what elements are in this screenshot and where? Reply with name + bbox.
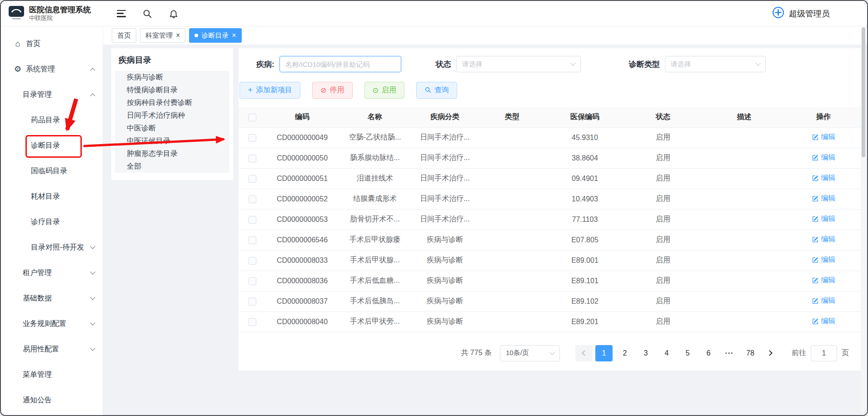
diag-type-select[interactable]: 请选择 [665, 56, 766, 72]
edit-button[interactable]: 编辑 [812, 153, 836, 162]
window-scrollbar[interactable] [861, 27, 866, 412]
cell-insurance-code: 09.4901 [546, 168, 624, 189]
edit-button[interactable]: 编辑 [812, 194, 836, 203]
tab[interactable]: 诊断目录 × [189, 28, 241, 43]
row-checkbox[interactable] [249, 155, 256, 162]
row-checkbox[interactable] [249, 175, 256, 183]
sidebar-item[interactable]: 租户管理 [1, 260, 103, 286]
chevron-icon [90, 295, 95, 300]
page-size-select[interactable]: 10条/页 [500, 345, 560, 361]
search-icon[interactable] [142, 9, 152, 19]
sidebar-item-label: 诊疗目录 [31, 217, 60, 227]
tab[interactable]: 科室管理 × [140, 28, 185, 43]
page-number-button[interactable]: ··· [721, 345, 738, 361]
sidebar-item[interactable]: 通知公告 [1, 387, 103, 413]
tab-close-icon[interactable]: × [232, 32, 236, 39]
sidebar-item[interactable]: 诊断目录 [1, 133, 103, 158]
status-select[interactable]: 请选择 [456, 56, 581, 72]
row-checkbox[interactable] [249, 318, 256, 326]
page-number-button[interactable]: 6 [700, 345, 717, 361]
column-header[interactable]: 操作 [786, 107, 861, 127]
catalog-item[interactable]: 特慢病诊断目录 [115, 84, 229, 96]
row-checkbox[interactable] [249, 298, 256, 306]
sidebar-item[interactable]: 诊疗目录 [1, 209, 103, 235]
forbid-circle-icon: ⊘ [320, 87, 326, 94]
sidebar-item[interactable]: 易用性配置 [1, 336, 103, 362]
catalog-item[interactable]: 全部 [115, 160, 229, 173]
edit-button[interactable]: 编辑 [812, 173, 836, 183]
sidebar-item[interactable]: 目录对照-待开发 [1, 235, 103, 260]
add-item-button[interactable]: + 添加新项目 [239, 82, 300, 99]
column-header[interactable]: 状态 [624, 107, 702, 127]
column-header[interactable]: 类型 [479, 107, 546, 127]
page-number-button[interactable]: 1 [595, 345, 613, 361]
collapse-menu-icon[interactable] [117, 10, 126, 17]
catalog-item[interactable]: 日间手术治疗病种 [115, 109, 229, 122]
edit-button[interactable]: 编辑 [812, 235, 836, 244]
enable-button[interactable]: ⊙ 启用 [364, 82, 404, 99]
notification-bell-icon[interactable] [169, 9, 179, 19]
column-header[interactable]: 描述 [702, 107, 786, 127]
catalog-item[interactable]: 按病种目录付费诊断 [115, 96, 229, 109]
scrollbar-thumb[interactable] [862, 27, 865, 157]
row-checkbox[interactable] [249, 257, 256, 265]
tab[interactable]: 首页 × [112, 28, 136, 43]
sidebar-item[interactable]: 首页 [1, 31, 103, 56]
query-button[interactable]: 查询 [416, 82, 457, 99]
row-checkbox[interactable] [249, 277, 256, 285]
sidebar-item-icon [13, 40, 22, 48]
page-number-button[interactable]: 5 [679, 345, 696, 361]
page-number-button[interactable]: 4 [658, 345, 675, 361]
catalog-title: 疾病目录 [111, 48, 233, 71]
sidebar-item[interactable]: 药品目录 [1, 107, 103, 133]
sidebar-item[interactable]: 菜单管理 [1, 362, 103, 387]
table-row: CD0000000052 结膜囊成形术 日间手术治疗... 10.4903 启用 [239, 189, 861, 209]
catalog-item[interactable]: 中医诊断 [115, 122, 229, 135]
row-checkbox[interactable] [249, 134, 256, 142]
page-number-button[interactable]: 2 [616, 345, 634, 361]
column-header[interactable]: 名称 [339, 107, 411, 127]
sidebar-item[interactable]: 业务规则配置 [1, 311, 103, 336]
edit-button[interactable]: 编辑 [812, 316, 836, 326]
column-header[interactable]: 编码 [266, 107, 339, 127]
edit-button[interactable]: 编辑 [812, 214, 836, 224]
cell-status: 启用 [624, 311, 702, 332]
next-page-button[interactable] [762, 345, 779, 361]
column-header[interactable]: 疾病分类 [411, 107, 479, 127]
column-header[interactable]: 医保编码 [546, 107, 624, 127]
sidebar-item-label: 目录对照-待开发 [31, 243, 84, 252]
page-number-button[interactable]: 78 [742, 345, 759, 361]
cell-description [702, 148, 786, 168]
edit-button[interactable]: 编辑 [812, 255, 836, 265]
cell-type [479, 189, 546, 209]
sidebar-item-label: 基础数据 [23, 294, 52, 303]
row-checkbox[interactable] [249, 216, 256, 224]
row-checkbox[interactable] [249, 195, 256, 203]
user-menu[interactable]: 超级管理员 [772, 6, 830, 20]
sidebar-item-label: 通知公告 [23, 396, 52, 405]
sidebar-item[interactable]: 系统管理 [1, 56, 103, 82]
sidebar-item[interactable]: 基础数据 [1, 286, 103, 311]
catalog-item[interactable]: 肿瘤形态学目录 [115, 147, 229, 160]
row-checkbox[interactable] [249, 236, 256, 244]
page-number-button[interactable]: 3 [637, 345, 654, 361]
catalog-item[interactable]: 疾病与诊断 [115, 71, 229, 84]
tab-close-icon[interactable]: × [176, 32, 180, 39]
disable-button[interactable]: ⊘ 停用 [312, 82, 352, 99]
select-all-checkbox[interactable] [249, 114, 256, 121]
edit-label: 编辑 [821, 316, 836, 326]
edit-label: 编辑 [821, 235, 836, 244]
edit-button[interactable]: 编辑 [812, 132, 836, 142]
cell-description [702, 291, 786, 311]
cell-code: CD0000006546 [266, 230, 339, 250]
catalog-item[interactable]: 中医证候目录 [115, 135, 229, 147]
goto-page-input[interactable] [811, 345, 837, 361]
edit-button[interactable]: 编辑 [812, 296, 836, 306]
prev-page-button[interactable] [575, 345, 593, 361]
sidebar-item[interactable]: 目录管理 [1, 82, 103, 107]
disease-search-input[interactable] [279, 56, 401, 72]
sidebar-item[interactable]: 国临码目录 [1, 158, 103, 184]
sidebar-item[interactable]: 耗材目录 [1, 184, 103, 209]
query-label: 查询 [434, 85, 449, 95]
edit-button[interactable]: 编辑 [812, 276, 836, 285]
